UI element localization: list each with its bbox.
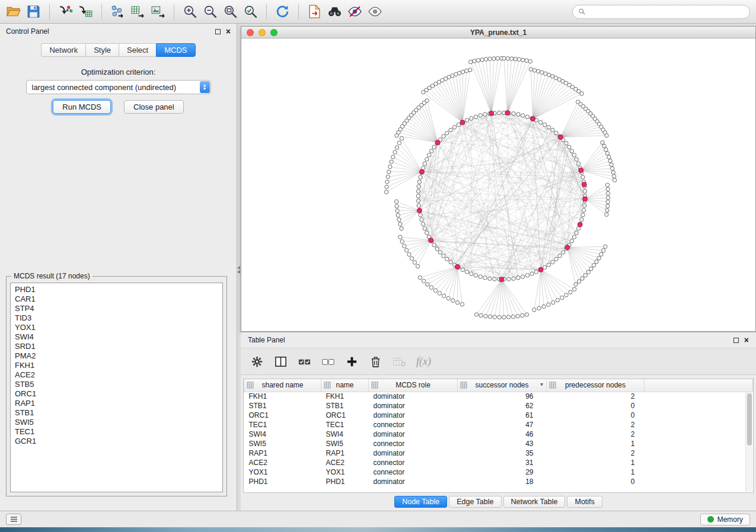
network-node[interactable] (606, 187, 610, 191)
network-node[interactable] (599, 252, 603, 256)
network-node[interactable] (421, 222, 425, 226)
network-node[interactable] (521, 58, 525, 62)
table-row[interactable]: PHD1PHD1dominator180 (244, 477, 753, 486)
network-node[interactable] (517, 57, 521, 61)
network-node[interactable] (385, 180, 389, 184)
zoom-fit-icon[interactable] (223, 4, 238, 19)
network-node[interactable] (586, 270, 590, 274)
create-column-icon[interactable] (345, 355, 359, 368)
network-node[interactable] (461, 268, 464, 271)
network-node[interactable] (583, 204, 586, 207)
network-node[interactable] (416, 264, 419, 268)
network-node[interactable] (611, 166, 614, 170)
column-menu-chevron-icon[interactable]: ▾ (540, 381, 543, 387)
network-node[interactable] (538, 267, 543, 272)
network-node[interactable] (556, 299, 559, 302)
table-row[interactable]: RAP1RAP1dominator352 (244, 448, 753, 458)
network-node[interactable] (388, 165, 392, 168)
network-node[interactable] (516, 276, 520, 280)
network-node[interactable] (525, 274, 529, 277)
network-node[interactable] (602, 144, 606, 148)
result-node-item[interactable]: RAP1 (15, 399, 218, 408)
close-window-button[interactable] (247, 29, 254, 36)
close-panel-button[interactable]: Close panel (124, 100, 184, 114)
network-node[interactable] (576, 227, 580, 230)
network-node[interactable] (610, 163, 613, 166)
network-node[interactable] (537, 69, 540, 73)
network-node[interactable] (422, 90, 425, 94)
network-node[interactable] (479, 313, 483, 317)
network-node[interactable] (407, 252, 411, 256)
network-node[interactable] (417, 208, 422, 213)
network-node[interactable] (576, 100, 579, 104)
network-node[interactable] (488, 57, 492, 60)
network-node[interactable] (558, 254, 562, 258)
zoom-window-button[interactable] (270, 29, 277, 36)
network-node[interactable] (554, 131, 558, 134)
network-node[interactable] (423, 227, 426, 230)
minimize-window-button[interactable] (259, 29, 266, 36)
network-node[interactable] (449, 260, 452, 264)
network-node[interactable] (397, 218, 401, 222)
export-table-icon[interactable] (130, 4, 145, 19)
result-node-item[interactable]: PMA2 (15, 351, 218, 361)
table-row[interactable]: TEC1TEC1connector472 (244, 420, 753, 430)
network-node[interactable] (560, 296, 564, 299)
network-node[interactable] (547, 126, 550, 129)
network-node[interactable] (435, 247, 439, 251)
hide-selected-icon[interactable] (347, 4, 362, 19)
network-node[interactable] (425, 231, 429, 235)
network-node[interactable] (589, 267, 593, 270)
table-scrollbar[interactable] (745, 392, 752, 492)
network-node[interactable] (607, 155, 611, 159)
network-node[interactable] (423, 162, 426, 165)
optimization-criterion-select[interactable]: largest connected component (undirected)… (26, 80, 211, 94)
network-node[interactable] (452, 126, 456, 129)
network-node[interactable] (419, 213, 422, 217)
network-node[interactable] (551, 75, 554, 78)
network-node[interactable] (417, 180, 421, 184)
network-node[interactable] (479, 114, 482, 117)
network-node[interactable] (583, 197, 588, 201)
network-node[interactable] (400, 239, 404, 243)
table-row[interactable]: STB1STB1dominator620 (244, 401, 753, 411)
result-node-item[interactable]: STB1 (15, 408, 218, 418)
open-file-icon[interactable] (6, 4, 21, 19)
network-node[interactable] (419, 175, 422, 179)
network-window-titlebar[interactable]: YPA_prune.txt_1 (241, 27, 755, 39)
find-icon[interactable] (327, 4, 342, 19)
network-node[interactable] (416, 190, 420, 193)
network-node[interactable] (505, 111, 510, 116)
network-node[interactable] (384, 190, 388, 194)
network-node[interactable] (581, 213, 585, 217)
network-node[interactable] (460, 303, 464, 306)
run-mcds-button[interactable]: Run MCDS (53, 100, 111, 114)
result-node-item[interactable]: ORC1 (15, 389, 218, 399)
network-node[interactable] (512, 111, 515, 115)
tab-motifs[interactable]: Motifs (567, 496, 602, 508)
zoom-in-icon[interactable] (183, 4, 197, 19)
network-node[interactable] (543, 265, 546, 269)
network-node[interactable] (497, 111, 501, 114)
network-node[interactable] (479, 275, 482, 278)
network-node[interactable] (580, 217, 583, 221)
network-node[interactable] (534, 270, 538, 274)
show-columns-icon[interactable] (274, 355, 288, 368)
network-node[interactable] (511, 315, 515, 318)
network-node[interactable] (583, 190, 586, 193)
search-input[interactable] (589, 7, 744, 16)
network-node[interactable] (572, 235, 576, 239)
network-node[interactable] (570, 239, 573, 243)
network-node[interactable] (493, 277, 496, 281)
network-node[interactable] (416, 194, 420, 198)
network-node[interactable] (400, 227, 403, 230)
network-node[interactable] (564, 142, 568, 145)
table-row[interactable]: SWI4SWI4dominator462 (244, 430, 753, 439)
network-node[interactable] (532, 68, 536, 72)
network-node[interactable] (454, 72, 458, 76)
network-node[interactable] (513, 57, 517, 60)
column-header-shared-name[interactable]: shared name (244, 379, 321, 392)
network-node[interactable] (574, 283, 578, 286)
network-node[interactable] (400, 136, 403, 140)
result-node-item[interactable]: CAR1 (15, 294, 218, 304)
